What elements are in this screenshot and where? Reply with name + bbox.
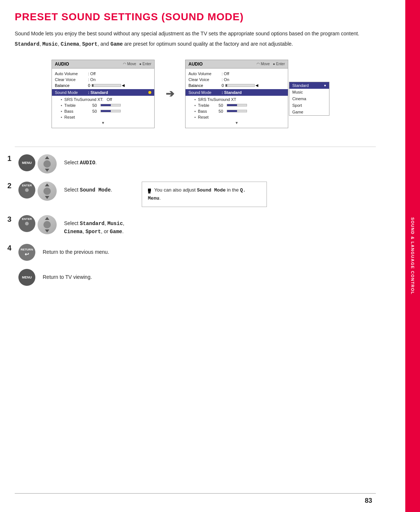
scroll-arrow-left: ▼: [55, 120, 151, 126]
scroll-arrow-right: ▼: [188, 120, 285, 126]
step-2-text: Select Sound Mode.: [64, 182, 112, 194]
enter-button-2[interactable]: ENTER: [18, 182, 35, 199]
dropdown-item-sport[interactable]: Sport: [289, 102, 329, 109]
info-box: ■ You can also adjust Sound Mode in the …: [142, 182, 267, 207]
panel-row-clear-voice-right: Clear Voice : On: [188, 77, 285, 83]
dropdown-item-game[interactable]: Game: [289, 109, 329, 115]
main-content: PRESET SOUND SETTINGS (SOUND MODE) Sound…: [15, 11, 376, 490]
nav-up-2: [45, 183, 49, 186]
step-menu-icon: MENU: [18, 269, 35, 286]
nav-center-2: [43, 187, 51, 195]
step-1-row: 1 MENU Select AUDIO.: [15, 154, 376, 173]
panel-title-right: AUDIO: [188, 62, 203, 67]
nav-up-1: [45, 156, 49, 159]
sub-item-srs-right: • SRS TruSurround XT: [188, 97, 285, 102]
nav-down-3: [45, 229, 49, 232]
step-3-number: 3: [7, 215, 15, 224]
selected-dot-left: [148, 91, 151, 94]
step-4-number: 4: [7, 244, 15, 252]
panel-body-left: Auto Volume : Off Clear Voice : On Balan…: [52, 69, 154, 128]
sound-mode-row-left: Sound Mode : Standard: [52, 89, 154, 96]
panel-row-auto-volume-right: Auto Volume : Off: [188, 71, 285, 77]
panel-header-left: AUDIO ◠ Move ● Enter: [52, 60, 154, 69]
nav-arrows-3[interactable]: [38, 215, 57, 234]
side-tab-text: SOUND & LANGUAGE CONTROL: [410, 217, 415, 295]
panels-container: AUDIO ◠ Move ● Enter Auto Volume : Off C…: [52, 60, 376, 128]
audio-panel-left: AUDIO ◠ Move ● Enter Auto Volume : Off C…: [52, 60, 155, 128]
panel-row-auto-volume-left: Auto Volume : Off: [55, 71, 151, 77]
nav-down-1: [45, 169, 49, 172]
step-3-icon: ENTER: [18, 215, 57, 234]
step-menu-row: MENU Return to TV viewing.: [15, 269, 376, 286]
audio-panel-right: AUDIO ◠ Move ● Enter Auto Volume : Off C…: [185, 60, 288, 128]
panel-header-right: AUDIO ◠ Move ● Enter: [186, 60, 288, 69]
sub-item-reset-left: • Reset: [55, 114, 151, 120]
audio-panel-right-wrapper: AUDIO ◠ Move ● Enter Auto Volume : Off C…: [185, 60, 288, 128]
nav-center-3: [43, 221, 51, 228]
side-tab-bar: SOUND & LANGUAGE CONTROL: [405, 0, 420, 512]
return-button[interactable]: RETURN ↩: [18, 244, 35, 261]
step-2-number: 2: [7, 182, 15, 190]
sub-item-reset-right: • Reset: [188, 114, 285, 120]
nav-center-1: [43, 160, 51, 168]
dropdown-item-music[interactable]: Music: [289, 89, 329, 95]
step-3-row: 3 ENTER Select Standard, Music, Cinema, …: [15, 215, 376, 236]
step-1-text: Select AUDIO.: [64, 154, 97, 167]
sub-item-bass-left: • Bass 50: [55, 108, 151, 114]
step-3-text: Select Standard, Music, Cinema, Sport, o…: [64, 215, 124, 236]
nav-down-2: [45, 196, 49, 199]
panel-body-right: Auto Volume : Off Clear Voice : On Balan…: [186, 69, 288, 128]
sound-mode-row-right: Sound Mode : Standard: [186, 89, 288, 96]
arrow-right: ➔: [166, 88, 174, 100]
sound-mode-dropdown: Standard ● Music Cinema Sport Game: [289, 82, 329, 116]
nav-arrows-1[interactable]: [38, 154, 57, 173]
section-divider: [15, 147, 376, 147]
step-4-text: Return to the previous menu.: [43, 244, 109, 256]
step-2-row: 2 ENTER Select Sound Mode. ■ You can als…: [15, 182, 376, 207]
dropdown-item-cinema[interactable]: Cinema: [289, 95, 329, 102]
step-4-icon: RETURN ↩: [18, 244, 35, 261]
nav-arrows-2[interactable]: [38, 182, 57, 201]
step-2-icon: ENTER: [18, 182, 57, 201]
step-menu-text: Return to TV viewing.: [43, 269, 92, 281]
panel-title-left: AUDIO: [55, 62, 69, 67]
panel-controls-left: ◠ Move ● Enter: [123, 62, 151, 66]
step-1-icon: MENU: [18, 154, 57, 173]
page-title: PRESET SOUND SETTINGS (SOUND MODE): [15, 11, 376, 23]
menu-button-1[interactable]: MENU: [18, 154, 35, 171]
sub-item-bass-right: • Bass 50: [188, 108, 285, 114]
menu-button-end[interactable]: MENU: [18, 269, 35, 286]
nav-up-3: [45, 217, 49, 220]
sub-item-treble-left: • Treble 50: [55, 102, 151, 108]
intro-line2: Standard, Music, Cinema, Sport, and Game…: [15, 40, 376, 48]
steps-section: 1 MENU Select AUDIO.: [15, 154, 376, 286]
side-tab: SOUND & LANGUAGE CONTROL: [380, 0, 420, 512]
sub-item-treble-right: • Treble 50: [188, 102, 285, 108]
panel-row-clear-voice-left: Clear Voice : On: [55, 77, 151, 83]
intro-line1: Sound Mode lets you enjoy the best sound…: [15, 29, 376, 38]
panel-controls-right: ◠ Move ● Enter: [257, 62, 285, 66]
page-number: 83: [365, 497, 372, 505]
step-4-row: 4 RETURN ↩ Return to the previous menu.: [15, 244, 376, 261]
step-1-number: 1: [7, 154, 15, 163]
panel-row-balance-left: Balance 0 ◀: [55, 83, 151, 88]
sub-item-srs-left: • SRS TruSurround XT: Off: [55, 97, 151, 102]
dropdown-item-standard[interactable]: Standard ●: [289, 82, 329, 89]
enter-button-3[interactable]: ENTER: [18, 215, 35, 232]
panel-row-balance-right: Balance 0 ◀: [188, 83, 285, 88]
bottom-divider: [15, 493, 376, 494]
